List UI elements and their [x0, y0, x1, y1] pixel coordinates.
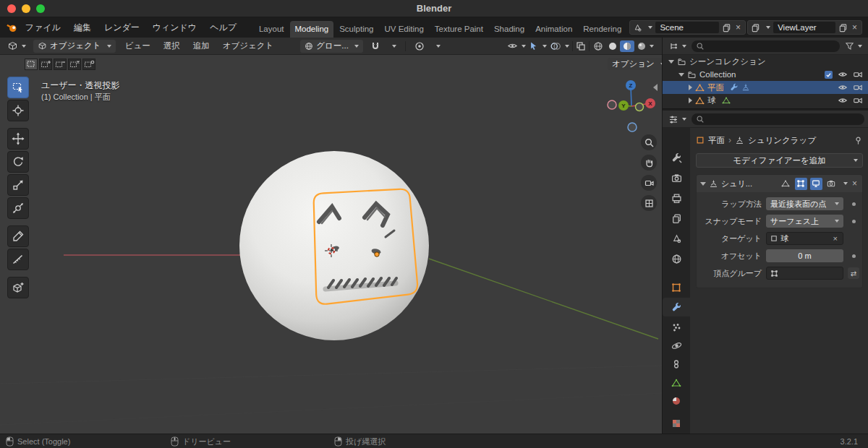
menu-add[interactable]: 追加	[190, 39, 213, 53]
modifier-extras-dropdown[interactable]	[843, 182, 848, 185]
tab-viewlayer-properties[interactable]	[663, 209, 690, 228]
region-splitter-handle[interactable]	[653, 84, 658, 91]
outliner-row-scene-collection[interactable]: シーンコレクション	[663, 55, 868, 68]
modifier-on-cage-toggle[interactable]	[780, 178, 792, 190]
render-camera-toggle[interactable]	[853, 95, 863, 105]
tab-physics-properties[interactable]	[663, 336, 690, 355]
tab-data-properties[interactable]	[663, 374, 690, 392]
select-mode-intersect-button[interactable]	[82, 59, 95, 70]
properties-editor-type-button[interactable]	[667, 113, 688, 125]
remove-viewlayer-button[interactable]: ×	[851, 22, 859, 33]
tool-select-box-button[interactable]	[7, 77, 29, 98]
menu-object[interactable]: オブジェクト	[219, 39, 278, 53]
menu-render[interactable]: レンダー	[98, 20, 145, 36]
animate-dot[interactable]	[852, 254, 856, 258]
snap-toggle-button[interactable]	[369, 40, 382, 52]
hide-eye-toggle[interactable]	[838, 82, 848, 92]
gizmo-minus-z-ball[interactable]	[628, 123, 637, 132]
tool-rotate-button[interactable]	[7, 151, 29, 173]
modifier-editmode-toggle[interactable]	[795, 178, 807, 190]
outliner-row-plane-selected[interactable]: 平面	[663, 81, 868, 94]
scene-name[interactable]: Scene	[655, 22, 719, 33]
tab-constraints-properties[interactable]	[663, 355, 690, 374]
tab-modeling[interactable]: Modeling	[290, 21, 334, 38]
add-modifier-button[interactable]: モディファイアーを追加	[696, 153, 863, 168]
expand-icon[interactable]	[689, 98, 692, 103]
expand-icon[interactable]	[689, 85, 692, 90]
clear-target-button[interactable]: ×	[832, 234, 839, 243]
expand-icon[interactable]	[678, 73, 684, 77]
modifier-panel-header[interactable]: シュリ... ×	[697, 175, 862, 192]
select-mode-invert-button[interactable]	[68, 59, 81, 70]
tab-modifier-properties-active[interactable]	[663, 298, 690, 316]
shading-rendered-button[interactable]	[634, 40, 656, 52]
viewlayer-selector[interactable]: ViewLayer ×	[747, 20, 862, 35]
viewlayer-name[interactable]: ViewLayer	[773, 22, 835, 33]
target-object-field[interactable]: 球 ×	[766, 232, 843, 245]
shading-solid-button[interactable]	[605, 40, 620, 52]
tool-transform-button[interactable]	[7, 197, 29, 219]
blender-logo-icon[interactable]	[6, 21, 18, 34]
menu-view[interactable]: ビュー	[122, 39, 154, 53]
scene-selector[interactable]: Scene ×	[629, 20, 746, 35]
options-dropdown[interactable]: オプション	[608, 58, 662, 70]
outliner-filter-button[interactable]	[843, 40, 864, 51]
tool-measure-button[interactable]	[7, 249, 29, 270]
tab-object-properties[interactable]	[663, 278, 690, 297]
visibility-dropdown[interactable]	[506, 40, 527, 52]
tool-scale-button[interactable]	[7, 174, 29, 196]
modifier-name[interactable]: シュリ...	[721, 178, 777, 189]
gizmos-dropdown[interactable]	[527, 40, 548, 52]
mode-dropdown[interactable]: オブジェクト	[33, 40, 116, 53]
tab-scene-properties[interactable]	[663, 229, 690, 248]
proportional-editing-button[interactable]	[413, 40, 426, 52]
render-camera-toggle[interactable]	[853, 82, 863, 92]
shading-wireframe-button[interactable]	[591, 40, 605, 52]
expand-icon[interactable]	[668, 60, 674, 64]
breadcrumb-object[interactable]: 平面	[708, 135, 725, 146]
collection-checkbox[interactable]	[825, 71, 833, 79]
modifier-delete-button[interactable]: ×	[851, 178, 859, 189]
pan-view-button[interactable]	[641, 155, 657, 171]
modifier-realtime-toggle[interactable]	[810, 178, 822, 190]
tab-layout[interactable]: Layout	[254, 21, 289, 38]
snap-settings-dropdown[interactable]	[388, 44, 398, 48]
tool-move-button[interactable]	[7, 128, 29, 150]
outliner-editor-type-button[interactable]	[667, 40, 688, 52]
xray-toggle-button[interactable]	[574, 40, 587, 52]
select-mode-subtract-button[interactable]	[54, 59, 67, 70]
snap-mode-dropdown[interactable]: サーフェス上	[766, 215, 843, 228]
transform-orientation-dropdown[interactable]: グロー...	[300, 40, 363, 53]
tab-animation[interactable]: Animation	[530, 21, 577, 38]
tab-texture-paint[interactable]: Texture Paint	[430, 21, 488, 38]
outliner-row-collection[interactable]: Collection	[663, 68, 868, 81]
pin-icon[interactable]	[854, 136, 863, 145]
tool-annotate-button[interactable]	[7, 225, 29, 247]
collapse-icon[interactable]	[700, 182, 706, 186]
vertex-group-field[interactable]	[766, 267, 843, 280]
camera-view-button[interactable]	[641, 175, 657, 191]
viewport-canvas[interactable]: オプション ユーザー・透視投影 (1) Collection | 平面	[0, 55, 662, 434]
menu-file[interactable]: ファイル	[20, 20, 67, 36]
navigation-gizmo[interactable]: Z Y X	[603, 75, 661, 139]
editor-type-button[interactable]	[6, 40, 27, 52]
sphere-object[interactable]	[239, 151, 429, 340]
tab-tool-properties[interactable]	[663, 148, 690, 167]
zoom-view-button[interactable]	[641, 134, 657, 150]
unlink-scene-button[interactable]: ×	[734, 22, 742, 33]
new-viewlayer-icon[interactable]	[838, 23, 848, 33]
tab-output-properties[interactable]	[663, 189, 690, 207]
menu-window[interactable]: ウィンドウ	[147, 20, 203, 36]
tab-particles-properties[interactable]	[663, 318, 690, 337]
menu-edit[interactable]: 編集	[68, 20, 97, 36]
outliner-search-input[interactable]	[692, 40, 840, 52]
overlays-dropdown[interactable]	[548, 40, 571, 52]
modifier-render-toggle[interactable]	[825, 178, 838, 190]
tab-texture-properties[interactable]	[663, 414, 690, 433]
new-scene-icon[interactable]	[722, 23, 731, 33]
tab-sculpting[interactable]: Sculpting	[334, 21, 378, 38]
gizmo-minus-y-ball[interactable]	[636, 103, 644, 111]
proportional-editing-dropdown[interactable]	[432, 44, 442, 48]
tab-shading[interactable]: Shading	[489, 21, 529, 38]
wrap-method-dropdown[interactable]: 最近接表面の点	[766, 197, 843, 210]
